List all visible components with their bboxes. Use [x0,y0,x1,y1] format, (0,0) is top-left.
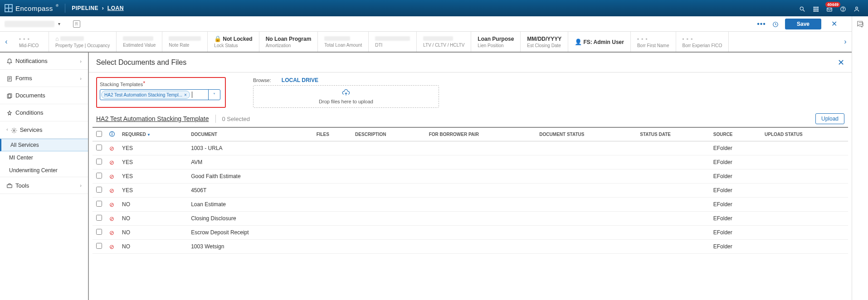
services-icon [11,126,20,133]
info-cell: - - -Mid-FICO [13,32,49,52]
col-document[interactable]: DOCUMENT [187,127,312,141]
col-description[interactable]: DESCRIPTION [351,127,425,141]
cell-source: EFolder [710,155,761,169]
help-icon[interactable] [836,4,850,12]
user-icon[interactable] [850,4,863,12]
cell-required: YES [118,141,187,155]
nav-label: MI Center [9,155,33,161]
loan-sub-bar: ▾ ⎘ ••• Save ✕ [0,16,852,32]
file-drop-zone[interactable]: Drop files here to upload [253,85,439,108]
col-doc-status[interactable]: DOCUMENT STATUS [536,127,636,141]
search-icon[interactable] [795,4,809,12]
cell-source: EFolder [710,226,761,240]
remove-chip-icon[interactable]: × [184,92,187,97]
col-source[interactable]: SOURCE [710,127,761,141]
cell-document: AVM [187,155,312,169]
brand-icon [5,4,13,12]
nav-tools[interactable]: Tools › [0,177,88,194]
table-row[interactable]: ⊘NOEscrow Deposit ReceiptEFolder [93,226,848,240]
template-name-heading[interactable]: HA2 Test Automation Stacking Template [96,115,209,122]
nav-forms[interactable]: Forms › [0,70,88,87]
chevron-right-icon: › [80,183,82,188]
nav-underwriting-center[interactable]: Underwriting Center [0,164,88,177]
nav-documents[interactable]: Documents [0,87,88,104]
col-status-date[interactable]: STATUS DATE [636,127,710,141]
svg-point-14 [856,7,858,9]
save-button[interactable]: Save [785,19,821,29]
col-required[interactable]: REQUIRED [118,127,187,141]
inbox-icon[interactable]: 40449 [823,4,836,12]
col-files[interactable]: FILES [313,127,351,141]
local-drive-link[interactable]: LOCAL DRIVE [282,77,318,83]
row-checkbox[interactable] [96,201,102,207]
nav-label: Documents [15,92,45,99]
chevron-left-icon: › [6,127,8,133]
breadcrumb-pipeline[interactable]: PIPELINE [72,5,98,11]
clock-icon[interactable] [772,20,779,28]
table-row[interactable]: ⊘NOClosing DisclosureEFolder [93,212,848,226]
breadcrumb: PIPELINE › LOAN [72,5,124,11]
app-header: Encompass ® PIPELINE › LOAN 40449 [0,0,868,16]
panel-title: Select Documents and Files [96,58,186,67]
cell-source: EFolder [710,240,761,254]
cell-required: YES [118,155,187,169]
svg-rect-23 [7,185,12,188]
row-checkbox[interactable] [96,159,102,165]
row-checkbox[interactable] [96,243,102,249]
table-row[interactable]: ⊘YES1003 - URLAEFolder [93,141,848,155]
row-checkbox[interactable] [96,145,102,150]
chat-icon[interactable] [856,20,864,300]
scroll-left-icon[interactable]: ‹ [0,32,13,52]
svg-rect-4 [817,6,819,8]
info-cell: Note Rate [162,32,208,52]
nav-mi-center[interactable]: MI Center [0,151,88,164]
warning-icon: ⊘ [109,145,114,152]
nav-all-services[interactable]: All Services [0,139,88,151]
close-panel-icon[interactable]: ✕ [838,58,844,68]
brand-text: Encompass [15,5,53,12]
dropdown-caret-icon[interactable]: ˅ [208,90,220,100]
table-row[interactable]: ⊘YES4506TEFolder [93,184,848,198]
col-upload-status[interactable]: UPLOAD STATUS [761,127,848,141]
cell-document: Escrow Deposit Receipt [187,226,312,240]
warning-icon: ⊘ [109,173,114,180]
select-all-header[interactable] [93,127,106,141]
svg-rect-7 [817,8,819,10]
cell-required: NO [118,198,187,212]
header-divider [65,4,65,13]
svg-line-1 [803,10,805,11]
table-row[interactable]: ⊘NOLoan EstimateEFolder [93,198,848,212]
selected-count: 0 Selected [222,116,250,122]
row-checkbox[interactable] [96,173,102,179]
table-row[interactable]: ⊘YESGood Faith EstimateEFolder [93,169,848,184]
nav-label: Notifications [15,58,48,64]
nav-services[interactable]: › Services [0,121,88,139]
info-cell: ⌂Property Type | Occupancy [49,32,117,52]
cell-required: NO [118,226,187,240]
nav-notifications[interactable]: Notifications › [0,53,88,70]
table-row[interactable]: ⊘NO1003 WetsignEFolder [93,240,848,254]
warning-icon: ⊘ [109,229,114,236]
row-checkbox[interactable] [96,215,102,221]
select-all-checkbox[interactable] [96,131,102,137]
chevron-down-icon[interactable]: ▾ [58,21,60,26]
row-checkbox[interactable] [96,229,102,235]
conditions-icon [6,109,15,116]
col-for-borrower[interactable]: FOR BORROWER PAIR [425,127,536,141]
row-checkbox[interactable] [96,187,102,193]
table-row[interactable]: ⊘YESAVMEFolder [93,155,848,169]
nav-conditions[interactable]: Conditions [0,104,88,121]
apps-icon[interactable] [809,4,823,12]
close-loan-icon[interactable]: ✕ [831,19,837,28]
upload-button[interactable]: Upload [815,113,844,124]
cell-source: EFolder [710,169,761,184]
scroll-right-icon[interactable]: › [839,32,852,52]
svg-rect-6 [815,8,817,10]
loan-card-icon[interactable]: ⎘ [73,20,80,28]
svg-rect-10 [817,10,819,11]
more-actions-icon[interactable]: ••• [757,20,766,28]
info-cell: Loan PurposeLien Position [471,32,521,52]
cell-required: NO [118,212,187,226]
breadcrumb-loan[interactable]: LOAN [107,5,124,11]
stacking-templates-select[interactable]: HA2 Test Automation Stacking Templ... × … [100,89,220,100]
